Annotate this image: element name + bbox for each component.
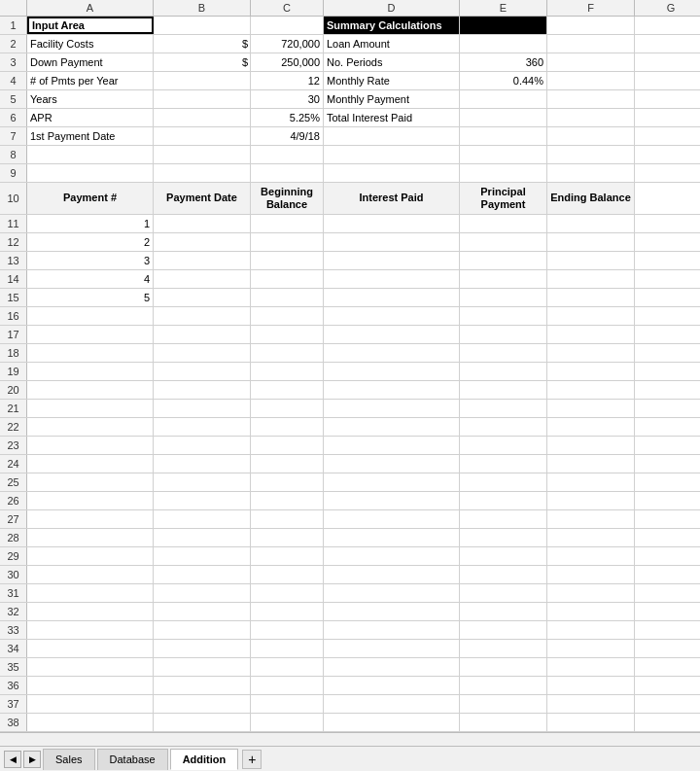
cell-b7[interactable] [154, 127, 251, 145]
cell-g24[interactable] [635, 455, 700, 473]
cell-c10[interactable]: BeginningBalance [251, 183, 324, 214]
cell-g12[interactable] [635, 233, 700, 251]
cell-f9[interactable] [547, 164, 635, 182]
cell-c22[interactable] [251, 418, 324, 436]
cell-e19[interactable] [460, 363, 547, 380]
cell-c19[interactable] [251, 363, 324, 380]
cell-b29[interactable] [154, 547, 251, 565]
cell-a27[interactable] [27, 510, 154, 528]
cell-f38[interactable] [547, 714, 635, 731]
cell-b19[interactable] [154, 363, 251, 380]
cell-f21[interactable] [547, 400, 635, 417]
cell-g5[interactable] [635, 90, 700, 108]
cell-a35[interactable] [27, 658, 154, 676]
cell-a31[interactable] [27, 584, 154, 602]
cell-g36[interactable] [635, 677, 700, 694]
cell-d22[interactable] [324, 418, 460, 436]
cell-g3[interactable] [635, 53, 700, 71]
cell-b2-sym[interactable]: $ [154, 35, 251, 53]
cell-f37[interactable] [547, 695, 635, 713]
cell-d3[interactable]: No. Periods [324, 53, 460, 71]
cell-f33[interactable] [547, 621, 635, 639]
cell-b11[interactable] [154, 215, 251, 232]
cell-e28[interactable] [460, 529, 547, 546]
cell-b15[interactable] [154, 289, 251, 306]
cell-b20[interactable] [154, 381, 251, 399]
cell-e5[interactable] [460, 90, 547, 108]
cell-d17[interactable] [324, 326, 460, 343]
cell-b31[interactable] [154, 584, 251, 602]
cell-g30[interactable] [635, 566, 700, 583]
cell-g15[interactable] [635, 289, 700, 306]
cell-a28[interactable] [27, 529, 154, 546]
cell-f18[interactable] [547, 344, 635, 362]
cell-a14[interactable]: 4 [27, 270, 154, 288]
cell-d21[interactable] [324, 400, 460, 417]
col-header-f[interactable]: F [547, 0, 635, 16]
tab-sales[interactable]: Sales [43, 749, 95, 770]
cell-c38[interactable] [251, 714, 324, 731]
cell-d32[interactable] [324, 603, 460, 620]
cell-f12[interactable] [547, 233, 635, 251]
cell-f22[interactable] [547, 418, 635, 436]
cell-d33[interactable] [324, 621, 460, 639]
cell-c3[interactable]: 250,000 [251, 53, 324, 71]
cell-e20[interactable] [460, 381, 547, 399]
cell-e4[interactable]: 0.44% [460, 72, 547, 89]
cell-d19[interactable] [324, 363, 460, 380]
cell-a25[interactable] [27, 473, 154, 491]
cell-a12[interactable]: 2 [27, 233, 154, 251]
cell-f5[interactable] [547, 90, 635, 108]
cell-b6[interactable] [154, 109, 251, 126]
cell-b23[interactable] [154, 437, 251, 454]
cell-e34[interactable] [460, 640, 547, 657]
cell-d37[interactable] [324, 695, 460, 713]
cell-c13[interactable] [251, 252, 324, 269]
cell-e3[interactable]: 360 [460, 53, 547, 71]
cell-f34[interactable] [547, 640, 635, 657]
cell-d1[interactable]: Summary Calculations [324, 17, 460, 34]
cell-b24[interactable] [154, 455, 251, 473]
cell-f20[interactable] [547, 381, 635, 399]
cell-d9[interactable] [324, 164, 460, 182]
cell-f14[interactable] [547, 270, 635, 288]
cell-e32[interactable] [460, 603, 547, 620]
cell-b17[interactable] [154, 326, 251, 343]
cell-d24[interactable] [324, 455, 460, 473]
cell-b22[interactable] [154, 418, 251, 436]
cell-a8[interactable] [27, 146, 154, 163]
col-header-c[interactable]: C [251, 0, 324, 16]
cell-e16[interactable] [460, 307, 547, 325]
cell-g33[interactable] [635, 621, 700, 639]
cell-g26[interactable] [635, 492, 700, 509]
cell-c14[interactable] [251, 270, 324, 288]
cell-c26[interactable] [251, 492, 324, 509]
cell-a9[interactable] [27, 164, 154, 182]
cell-b13[interactable] [154, 252, 251, 269]
cell-g37[interactable] [635, 695, 700, 713]
cell-b38[interactable] [154, 714, 251, 731]
cell-d4[interactable]: Monthly Rate [324, 72, 460, 89]
cell-c20[interactable] [251, 381, 324, 399]
cell-c5[interactable]: 30 [251, 90, 324, 108]
cell-g6[interactable] [635, 109, 700, 126]
cell-d34[interactable] [324, 640, 460, 657]
cell-d36[interactable] [324, 677, 460, 694]
cell-f6[interactable] [547, 109, 635, 126]
cell-g16[interactable] [635, 307, 700, 325]
cell-b3-sym[interactable]: $ [154, 53, 251, 71]
cell-d26[interactable] [324, 492, 460, 509]
cell-e21[interactable] [460, 400, 547, 417]
cell-f30[interactable] [547, 566, 635, 583]
cell-b34[interactable] [154, 640, 251, 657]
cell-f7[interactable] [547, 127, 635, 145]
cell-g17[interactable] [635, 326, 700, 343]
cell-d38[interactable] [324, 714, 460, 731]
cell-e14[interactable] [460, 270, 547, 288]
cell-a33[interactable] [27, 621, 154, 639]
cell-f3[interactable] [547, 53, 635, 71]
cell-e1[interactable] [460, 17, 547, 34]
cell-a21[interactable] [27, 400, 154, 417]
cell-g9[interactable] [635, 164, 700, 182]
tab-database[interactable]: Database [97, 749, 168, 770]
